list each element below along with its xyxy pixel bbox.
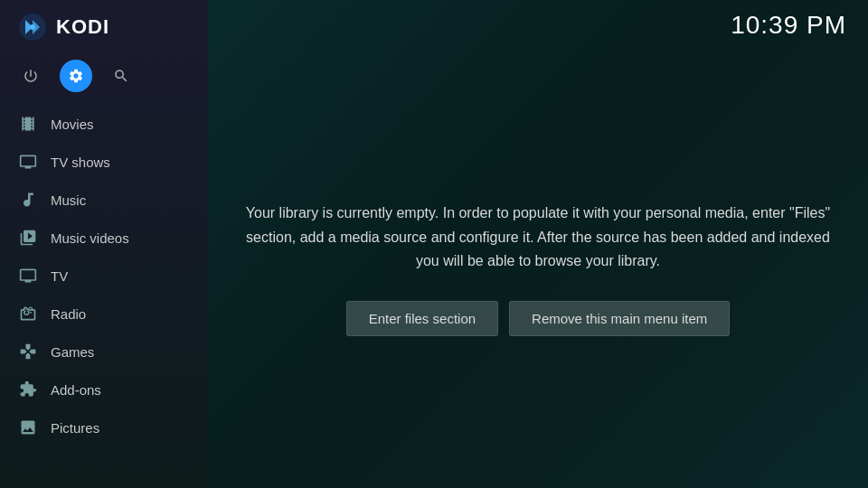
music-label: Music: [51, 192, 86, 208]
settings-button[interactable]: [60, 60, 92, 92]
tv-shows-label: TV shows: [51, 155, 110, 170]
pictures-icon: [18, 418, 38, 437]
sidebar-nav: Movies TV shows Music Music videos: [0, 105, 208, 488]
clock-display: 10:39 PM: [731, 11, 846, 40]
movies-icon: [18, 114, 38, 134]
sidebar-item-movies[interactable]: Movies: [0, 105, 208, 143]
radio-icon: [18, 304, 38, 324]
dialog-buttons: Enter files section Remove this main men…: [244, 301, 832, 336]
addons-label: Add-ons: [51, 382, 101, 398]
sidebar-item-tv-shows[interactable]: TV shows: [0, 143, 208, 181]
svg-point-3: [30, 24, 35, 30]
search-button[interactable]: [105, 60, 137, 92]
content-area: Your library is currently empty. In orde…: [208, 50, 868, 488]
power-button[interactable]: [14, 60, 47, 92]
empty-library-dialog: Your library is currently empty. In orde…: [244, 202, 832, 335]
remove-menu-item-button[interactable]: Remove this main menu item: [509, 301, 730, 336]
kodi-logo-icon: [18, 13, 47, 42]
tv-shows-icon: [18, 152, 38, 172]
app-title: KODI: [56, 15, 109, 39]
sidebar-item-pictures[interactable]: Pictures: [0, 408, 208, 446]
gear-icon: [68, 68, 84, 84]
pictures-label: Pictures: [51, 420, 99, 436]
games-icon: [18, 342, 38, 361]
addons-icon: [18, 380, 38, 399]
enter-files-section-button[interactable]: Enter files section: [346, 301, 498, 336]
tv-label: TV: [51, 268, 68, 284]
dialog-message: Your library is currently empty. In orde…: [244, 202, 832, 273]
sidebar-item-radio[interactable]: Radio: [0, 295, 208, 333]
music-videos-label: Music videos: [51, 230, 129, 246]
power-icon: [23, 68, 39, 84]
sidebar-top-icons: [0, 54, 208, 105]
sidebar: KODI Movies: [0, 0, 208, 488]
main-content: 10:39 PM Your library is currently empty…: [208, 0, 868, 488]
games-label: Games: [51, 344, 94, 360]
sidebar-item-music[interactable]: Music: [0, 181, 208, 219]
music-icon: [18, 190, 38, 210]
tv-icon: [18, 266, 38, 286]
sidebar-item-music-videos[interactable]: Music videos: [0, 219, 208, 257]
movies-label: Movies: [51, 117, 94, 132]
sidebar-item-games[interactable]: Games: [0, 333, 208, 371]
sidebar-item-addons[interactable]: Add-ons: [0, 371, 208, 408]
sidebar-header: KODI: [0, 0, 208, 54]
sidebar-item-tv[interactable]: TV: [0, 257, 208, 295]
radio-label: Radio: [51, 306, 86, 322]
search-icon: [113, 68, 129, 84]
music-videos-icon: [18, 228, 38, 248]
top-bar: 10:39 PM: [208, 0, 868, 50]
